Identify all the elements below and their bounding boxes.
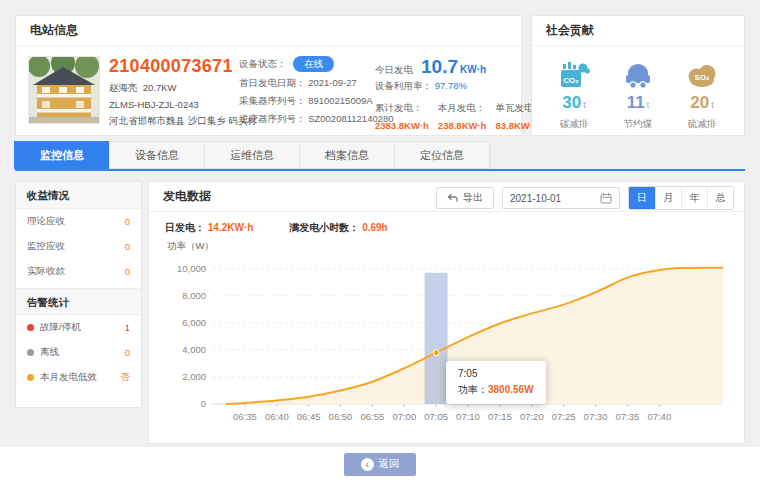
svg-text:07:25: 07:25: [552, 411, 576, 422]
fault-dot-icon: [27, 324, 34, 331]
utilization-label: 设备利用率：: [375, 80, 432, 91]
co2-reduction-icon: CO₂: [545, 58, 603, 90]
svg-text:07:35: 07:35: [616, 411, 640, 422]
tab-ops-info[interactable]: 运维信息: [204, 141, 300, 169]
social-contribution-card: 社会贡献 CO₂ 30t 碳减排: [531, 15, 745, 136]
svg-text:06:50: 06:50: [329, 411, 353, 422]
date-input[interactable]: [510, 193, 600, 204]
chart-tooltip: 7:05 功率：3800.56W: [446, 361, 546, 404]
social-item-co2: CO₂ 30t 碳减排: [545, 58, 603, 131]
svg-text:4,000: 4,000: [182, 344, 206, 355]
svg-text:06:55: 06:55: [361, 411, 385, 422]
alarm-row-value: 1: [125, 322, 130, 333]
alarm-row-fault: 故障/停机 1: [16, 315, 141, 340]
svg-text:06:35: 06:35: [233, 411, 257, 422]
co2-unit: t: [583, 100, 586, 110]
social-item-so2: SO₂ 20t 硫减排: [673, 58, 731, 131]
day-generation-label: 日发电：: [165, 222, 205, 233]
first-gen-row: 首日发电日期： 2021-09-27: [239, 77, 361, 90]
co2-value: 30: [562, 93, 581, 112]
inverter-sn-row: 逆变器序列号： SZ00208112140280: [239, 113, 361, 126]
station-info-card: 电站信息 210400073671 赵海亮 20.7KW: [15, 15, 522, 136]
so2-reduction-icon: SO₂: [673, 58, 731, 90]
income-row-label: 理论应收: [27, 215, 125, 228]
svg-text:07:20: 07:20: [520, 411, 544, 422]
range-button-month[interactable]: 月: [655, 187, 681, 209]
calendar-icon: [600, 192, 612, 204]
tooltip-power-value: 3800.56W: [488, 384, 534, 395]
co2-label: 碳减排: [545, 118, 603, 131]
back-button[interactable]: ‹ 返回: [344, 453, 416, 476]
range-toggle-group: 日 月 年 总: [628, 186, 734, 210]
alarm-row-value: 否: [121, 371, 131, 384]
today-generation-label: 今日发电: [375, 64, 413, 77]
svg-text:07:30: 07:30: [584, 411, 608, 422]
income-row-label: 实际收款: [27, 265, 125, 278]
income-row-value: 0: [125, 216, 130, 227]
alarm-row-label: 离线: [27, 346, 125, 359]
export-arrow-icon: [447, 193, 458, 203]
tab-underline: [15, 169, 745, 171]
alarm-row-label: 故障/停机: [27, 321, 125, 334]
range-button-day[interactable]: 日: [629, 187, 655, 209]
income-row: 监控应收 0: [16, 234, 141, 259]
tab-monitoring-info[interactable]: 监控信息: [14, 141, 110, 169]
social-card-title: 社会贡献: [532, 16, 744, 46]
footer-bar: ‹ 返回: [0, 447, 760, 481]
metric-value: 238.8KW·h: [438, 120, 487, 131]
export-button[interactable]: 导出: [436, 187, 494, 209]
metric-label: 累计发电：: [375, 102, 429, 115]
back-chevron-icon: ‹: [361, 458, 374, 471]
full-hours-stat: 满发电小时数： 0.69h: [289, 221, 387, 235]
device-status-row: 设备状态： 在线: [239, 56, 361, 72]
date-picker[interactable]: [502, 187, 620, 209]
income-row-value: 0: [125, 266, 130, 277]
svg-text:8,000: 8,000: [182, 290, 206, 301]
svg-text:07:15: 07:15: [488, 411, 512, 422]
station-card-title: 电站信息: [16, 16, 521, 46]
metric-total-generation: 累计发电： 2383.8KW·h: [375, 102, 429, 131]
alarm-row-label: 本月发电低效: [27, 371, 121, 384]
tab-device-info[interactable]: 设备信息: [109, 141, 205, 169]
tab-archive-info[interactable]: 档案信息: [299, 141, 395, 169]
metric-label: 本月发电：: [438, 102, 487, 115]
tab-bar: 监控信息 设备信息 运维信息 档案信息 定位信息: [15, 141, 490, 169]
utilization-row: 设备利用率： 97.78%: [375, 80, 543, 93]
station-owner-line: 赵海亮 20.7KW: [109, 82, 237, 95]
svg-text:06:45: 06:45: [297, 411, 321, 422]
generation-data-card: 发电数据 导出 日 月 年 总 日发电： 14.2KW·h 满发电小: [148, 181, 745, 444]
collector-sn: 89100215009A: [308, 95, 372, 106]
full-hours-label: 满发电小时数：: [289, 222, 359, 233]
range-button-year[interactable]: 年: [681, 187, 707, 209]
owner-name: 赵海亮: [109, 82, 138, 93]
social-item-coal: 11t 节约煤: [609, 58, 667, 131]
inverter-label: 逆变器序列号：: [239, 113, 306, 124]
svg-text:10,000: 10,000: [177, 263, 206, 274]
coal-label: 节约煤: [609, 118, 667, 131]
income-row: 实际收款 0: [16, 259, 141, 284]
svg-text:6,000: 6,000: [182, 317, 206, 328]
day-generation-value: 14.2KW·h: [208, 222, 254, 233]
coal-value: 11: [627, 93, 645, 112]
metric-month-generation: 本月发电： 238.8KW·h: [438, 102, 487, 131]
full-hours-value: 0.69h: [362, 222, 388, 233]
income-row-label: 监控应收: [27, 240, 125, 253]
day-generation-stat: 日发电： 14.2KW·h: [165, 221, 253, 235]
range-button-total[interactable]: 总: [707, 187, 733, 209]
alarm-section-title: 告警统计: [16, 288, 141, 315]
station-photo: [28, 56, 100, 124]
collector-label: 采集器序列号：: [239, 95, 306, 106]
tab-location-info[interactable]: 定位信息: [394, 141, 490, 169]
income-alarm-card: 收益情况 理论应收 0 监控应收 0 实际收款 0 告警统计 故障/停机 1 离…: [15, 181, 142, 408]
power-chart[interactable]: 02,0004,0006,0008,00010,00006:3506:4006:…: [163, 254, 732, 439]
station-id: 210400073671: [109, 56, 237, 77]
svg-text:07:00: 07:00: [392, 411, 416, 422]
low-efficiency-dot-icon: [27, 374, 34, 381]
svg-text:CO₂: CO₂: [563, 76, 579, 85]
income-row-value: 0: [125, 241, 130, 252]
first-gen-date: 2021-09-27: [308, 77, 357, 88]
station-code: ZLMS-HBJ-ZJL-0243: [109, 99, 237, 110]
so2-value: 20: [690, 93, 709, 112]
coal-unit: t: [647, 100, 650, 110]
status-badge-online: 在线: [293, 56, 334, 72]
